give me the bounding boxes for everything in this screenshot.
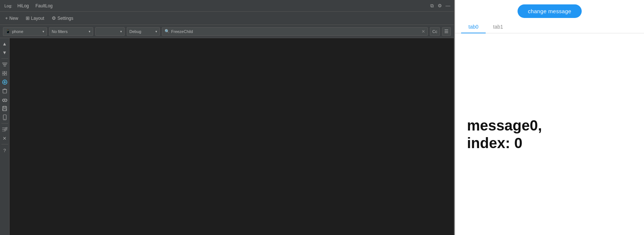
- sidebar-divider-1: [1, 58, 8, 59]
- cloud-icon[interactable]: [1, 96, 9, 104]
- package-select[interactable]: ▾: [95, 27, 125, 36]
- level-value: Debug: [129, 29, 141, 34]
- device-value: phone: [12, 29, 23, 34]
- svg-point-24: [6, 127, 7, 129]
- search-value: FreezeChild: [171, 29, 193, 34]
- filter-lines-icon[interactable]: [1, 60, 9, 69]
- hilog-menu[interactable]: HiLog: [14, 3, 32, 9]
- left-panel: Log: HiLog FaultLog ⧉ ⚙ — + New ⊞ Layout…: [0, 0, 455, 235]
- svg-rect-19: [3, 106, 6, 108]
- settings-icon: ⚙: [52, 15, 56, 21]
- layout-icon: ⊞: [26, 15, 30, 21]
- settings-button[interactable]: ⚙ Settings: [49, 15, 76, 22]
- plus-icon: +: [5, 15, 8, 21]
- svg-point-26: [4, 129, 6, 131]
- change-message-button[interactable]: change message: [518, 4, 581, 18]
- tab-tab1[interactable]: tab1: [486, 21, 510, 33]
- filter-icon-button[interactable]: ☰: [442, 27, 451, 36]
- filter-select[interactable]: No filters ▾: [49, 27, 93, 36]
- help-icon[interactable]: ?: [1, 146, 9, 154]
- list-settings-icon[interactable]: [1, 125, 9, 133]
- tabs-bar: tab0 tab1: [455, 21, 644, 33]
- app-label: Log:: [3, 3, 14, 9]
- save-icon[interactable]: [1, 104, 9, 113]
- search-icon: 🔍: [165, 29, 170, 34]
- settings-window-button[interactable]: ⚙: [437, 3, 443, 9]
- faultlog-menu[interactable]: FaultLog: [33, 3, 56, 9]
- search-bar[interactable]: 🔍 FreezeChild ✕: [162, 27, 428, 36]
- device-icon: 📱: [5, 29, 11, 34]
- device-select[interactable]: 📱 phone ▾: [3, 27, 47, 36]
- svg-rect-4: [5, 71, 7, 73]
- main-content: ▲ ▼: [0, 38, 454, 235]
- new-button[interactable]: + New: [3, 15, 21, 22]
- add-circle-icon[interactable]: [1, 78, 9, 86]
- arrow-down-icon[interactable]: ▼: [1, 48, 9, 56]
- right-panel: change message tab0 tab1 message0, index…: [455, 0, 644, 235]
- device-content: message0, index: 0: [455, 33, 644, 235]
- arrow-up-icon[interactable]: ▲: [1, 40, 9, 48]
- device-arrow: ▾: [43, 30, 44, 33]
- right-panel-header: change message: [455, 0, 644, 21]
- filter-arrow: ▾: [89, 30, 91, 33]
- phone-icon[interactable]: [1, 113, 9, 121]
- svg-rect-10: [3, 89, 7, 93]
- settings-label: Settings: [58, 16, 73, 21]
- close-icon[interactable]: ✕: [1, 134, 9, 142]
- menu-bar: Log: HiLog FaultLog ⧉ ⚙ —: [0, 0, 454, 12]
- layout-button[interactable]: ⊞ Layout: [23, 15, 47, 22]
- svg-rect-5: [2, 74, 4, 76]
- layout-label: Layout: [31, 16, 44, 21]
- message-line1: message0,: [467, 117, 542, 133]
- trash-icon[interactable]: [1, 87, 9, 95]
- cc-button[interactable]: Cc: [430, 27, 440, 36]
- tab-tab0[interactable]: tab0: [461, 21, 486, 33]
- sidebar-divider-2: [1, 123, 8, 124]
- message-line2: index: 0: [467, 135, 522, 151]
- grid-list-icon[interactable]: [1, 69, 9, 77]
- svg-rect-20: [3, 109, 6, 111]
- level-select[interactable]: Debug ▾: [127, 27, 160, 36]
- log-area: [10, 38, 454, 235]
- sidebar-icons: ▲ ▼: [0, 38, 10, 235]
- new-label: New: [10, 16, 18, 21]
- svg-point-22: [4, 119, 5, 120]
- filter-bar: 📱 phone ▾ No filters ▾ ▾ Debug ▾ 🔍 Freez…: [0, 25, 454, 38]
- svg-rect-6: [5, 74, 7, 76]
- svg-rect-3: [2, 71, 4, 73]
- search-clear-button[interactable]: ✕: [422, 29, 425, 34]
- message-display: message0, index: 0: [467, 117, 542, 152]
- filter-value: No filters: [52, 29, 67, 34]
- package-arrow: ▾: [120, 30, 122, 33]
- toolbar: + New ⊞ Layout ⚙ Settings: [0, 12, 454, 25]
- level-arrow: ▾: [155, 30, 157, 33]
- minimize-button[interactable]: —: [445, 3, 451, 9]
- restore-button[interactable]: ⧉: [429, 3, 435, 9]
- sidebar-divider-3: [1, 144, 8, 144]
